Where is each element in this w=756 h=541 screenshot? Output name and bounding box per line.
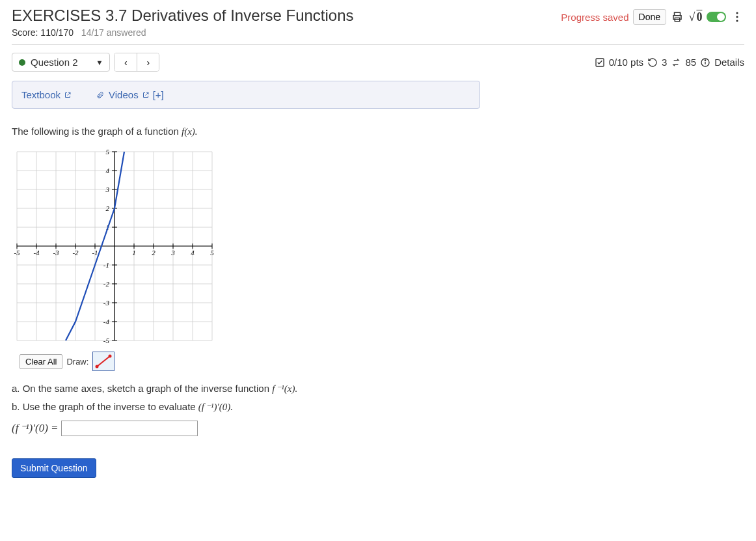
draw-label: Draw: [66,357,88,367]
submit-button[interactable]: Submit Question [12,458,96,478]
svg-text:-1: -1 [92,249,98,257]
svg-point-9 [705,60,705,61]
svg-text:-5: -5 [103,337,110,344]
svg-text:2: 2 [106,204,110,212]
svg-point-76 [109,355,112,358]
question-number-label: Question 2 [31,57,78,68]
svg-text:-4: -4 [103,318,110,326]
videos-more: [+] [153,89,164,100]
draw-line-tool[interactable] [92,352,115,371]
svg-text:5: 5 [106,148,110,156]
textbook-label: Textbook [21,89,61,100]
svg-text:5: 5 [210,249,214,257]
kebab-menu-icon[interactable] [730,10,744,24]
resources-bar: Textbook Videos [+] [12,81,480,109]
clear-all-button[interactable]: Clear All [20,354,62,369]
details-link[interactable]: Details [714,57,744,68]
paperclip-icon [95,91,105,99]
svg-point-3 [736,12,738,14]
info-icon [700,57,710,68]
part-a-fn: f ⁻¹(x). [272,383,297,394]
svg-text:3: 3 [170,249,175,257]
intro-text: The following is the graph of a function [12,126,182,137]
score-value: Score: 110/170 [12,27,74,38]
attempts-left: 3 [662,57,667,68]
part-b-fn: (f ⁻¹)′(0). [198,402,233,412]
math-toggle[interactable] [707,12,726,22]
score-line: Score: 110/170 14/17 answered [12,27,354,38]
svg-text:-3: -3 [53,249,59,257]
retry-icon [647,57,658,68]
divider [12,44,744,45]
done-button[interactable]: Done [633,9,666,25]
svg-text:2: 2 [152,249,155,257]
svg-point-4 [736,16,738,18]
svg-point-75 [96,365,99,368]
progress-saved-label: Progress saved [561,12,628,23]
part-a: a. On the same axes, sketch a graph of t… [12,383,480,395]
videos-link[interactable]: Videos [+] [95,89,164,100]
svg-text:-2: -2 [72,249,79,257]
svg-text:4: 4 [191,249,195,257]
svg-text:-5: -5 [14,249,20,257]
svg-text:-3: -3 [103,299,110,307]
part-b: b. Use the graph of the inverse to evalu… [12,401,480,413]
part-b-text: b. Use the graph of the inverse to evalu… [12,401,198,412]
attempts-total: 85 [685,57,696,68]
question-selector[interactable]: Question 2 ▼ [12,53,110,72]
svg-text:1: 1 [132,249,136,257]
next-question-button[interactable]: › [137,53,159,71]
svg-point-5 [736,20,738,21]
part-a-text: a. On the same axes, sketch a graph of t… [12,383,272,394]
answer-lhs: (f ⁻¹)′(0) = [12,422,59,434]
svg-line-74 [97,356,110,367]
svg-text:-4: -4 [33,249,40,257]
answered-count: 14/17 answered [81,27,146,38]
math-palette-icon[interactable]: √0 [688,10,703,24]
intro-fn: f(x). [182,126,198,137]
svg-text:-1: -1 [103,261,109,269]
svg-text:4: 4 [106,167,110,174]
status-dot-icon [19,59,25,66]
textbook-link[interactable]: Textbook [21,89,72,100]
checkbox-icon [595,57,605,68]
svg-text:-2: -2 [103,280,110,288]
answer-input[interactable] [61,421,198,436]
prompt-intro: The following is the graph of a function… [12,126,480,137]
page-title: EXERCISES 3.7 Derivatives of Inverse Fun… [12,7,354,25]
external-link-icon [142,91,150,99]
videos-label: Videos [109,89,139,100]
svg-text:3: 3 [105,186,110,193]
swap-icon [671,57,681,68]
print-icon[interactable] [670,10,684,24]
points-label: 0/10 pts [609,57,643,68]
graph-canvas[interactable]: -5-4-3-2-112345-5-4-3-2-112345 [12,146,217,346]
caret-down-icon: ▼ [96,59,103,66]
prev-question-button[interactable]: ‹ [115,53,137,71]
external-link-icon [64,91,72,99]
